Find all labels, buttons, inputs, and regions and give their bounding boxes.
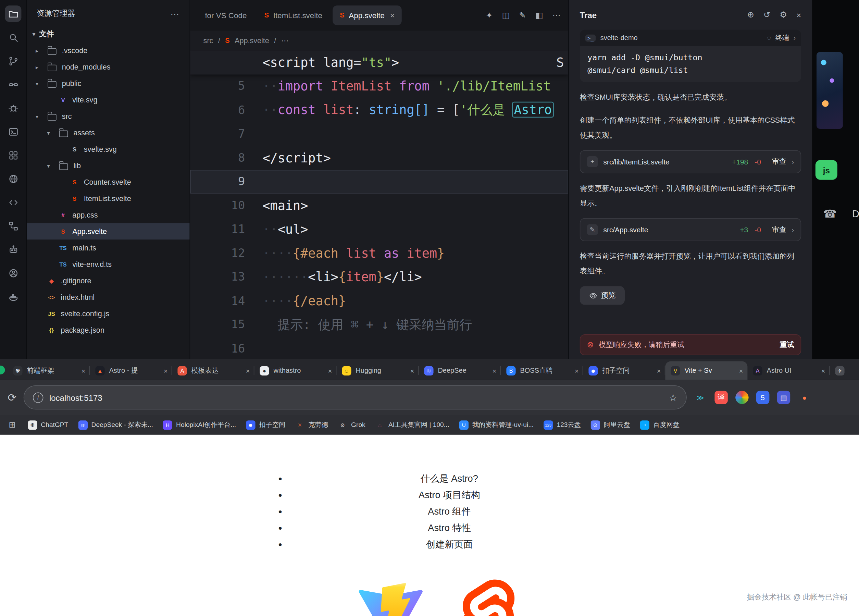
breadcrumb[interactable]: src / S App.svelte / ⋯ xyxy=(190,31,568,51)
reload-icon[interactable]: ⟳ xyxy=(8,391,16,404)
cloud-123-extension-icon[interactable]: 5 xyxy=(756,391,769,404)
workflow-icon[interactable] xyxy=(5,217,21,234)
code-line[interactable]: 10<main> xyxy=(190,194,568,217)
account-icon[interactable] xyxy=(5,265,21,281)
new-chat-icon[interactable]: ⊕ xyxy=(747,10,754,20)
browser-tab[interactable]: ☺Hugging× xyxy=(336,361,419,380)
browser-tab[interactable]: A模板表达× xyxy=(172,361,254,380)
apps-grid-icon[interactable]: ⊞ xyxy=(9,420,16,430)
tree-item[interactable]: ▾public xyxy=(27,75,189,91)
chevron-right-icon[interactable]: › xyxy=(792,225,794,234)
code-line[interactable]: <script lang="ts">S xyxy=(190,50,568,74)
code-line[interactable]: 8</script> xyxy=(190,146,568,170)
editor-tab-ghost[interactable]: for VS Code xyxy=(198,5,254,25)
site-info-icon[interactable]: i xyxy=(33,392,43,403)
tab-close-icon[interactable]: × xyxy=(821,367,825,375)
code-line[interactable]: 5··import ItemList from './lib/ItemList xyxy=(190,74,568,98)
tree-item[interactable]: TSmain.ts xyxy=(27,239,189,256)
more-actions-icon[interactable]: ⋯ xyxy=(553,10,561,20)
tree-item[interactable]: SCounter.svelte xyxy=(27,174,189,190)
code-line[interactable]: 12····{#each list as item} xyxy=(190,241,568,265)
terminal-card[interactable]: >_ svelte-demo ◌ 终端 › yarn add -D @smui/… xyxy=(580,30,801,82)
translate-chevrons-icon[interactable]: ≫ xyxy=(693,391,707,404)
bookmark-star-icon[interactable]: ☆ xyxy=(669,392,677,403)
settings-gear-icon[interactable]: ⚙ xyxy=(779,10,787,20)
bookmark-item[interactable]: 123123云盘 xyxy=(544,420,581,429)
tab-close-icon[interactable]: × xyxy=(245,367,250,375)
close-panel-icon[interactable]: × xyxy=(797,10,801,20)
browser-tab[interactable]: AAstro UI× xyxy=(747,361,829,380)
tree-item[interactable]: ▸.vscode xyxy=(27,42,189,59)
url-text[interactable]: localhost:5173 xyxy=(49,392,663,402)
browser-tab[interactable]: BBOSS直聘× xyxy=(501,361,583,380)
code-line[interactable]: 15 提示: 使用 ⌘ + ↓ 键采纳当前行 xyxy=(190,313,568,337)
browser-tab[interactable]: ❋前端框架× xyxy=(8,361,90,380)
tree-item[interactable]: #app.css xyxy=(27,206,189,223)
ai-sparkle-icon[interactable]: ✦ xyxy=(486,10,492,20)
bookmark-item[interactable]: ❋ChatGPT xyxy=(28,420,68,429)
remote-link-icon[interactable] xyxy=(5,76,21,92)
browser-tab-partial[interactable]: ✈ xyxy=(829,361,859,380)
tree-item[interactable]: <>index.html xyxy=(27,289,189,305)
tab-close-icon[interactable]: × xyxy=(739,367,743,375)
tab-close-icon[interactable]: × xyxy=(328,367,332,375)
tab-close-icon[interactable]: × xyxy=(163,367,167,375)
code-line[interactable]: 14····{/each} xyxy=(190,289,568,313)
editor-tab-app[interactable]: S App.svelte × xyxy=(333,5,401,25)
tab-close-icon[interactable]: × xyxy=(657,367,661,375)
browser-tab[interactable]: ●withastro× xyxy=(254,361,336,380)
tree-item[interactable]: {}package.json xyxy=(27,322,189,338)
explorer-icon[interactable] xyxy=(5,5,21,22)
review-button[interactable]: 审查 xyxy=(772,225,786,235)
bot-icon[interactable] xyxy=(5,241,21,258)
address-bar[interactable]: i localhost:5173 ☆ xyxy=(23,385,687,410)
bookmark-item[interactable]: ✳克劳德 xyxy=(295,420,328,429)
explorer-section-files[interactable]: ▾ 文件 xyxy=(27,27,189,42)
tree-item[interactable]: ▾lib xyxy=(27,157,189,174)
bookmark-item[interactable]: HHolopixAI创作平台... xyxy=(163,420,236,429)
browser-menu-icon[interactable]: ● xyxy=(798,391,811,404)
search-icon[interactable] xyxy=(5,29,21,45)
tree-item[interactable]: TSvite-env.d.ts xyxy=(27,256,189,272)
tree-item[interactable]: SItemList.svelte xyxy=(27,190,189,206)
notes-extension-icon[interactable]: ▤ xyxy=(777,391,790,404)
tab-close-icon[interactable]: × xyxy=(575,367,578,375)
breadcrumb-more[interactable]: ⋯ xyxy=(281,36,289,45)
bookmark-item[interactable]: U我的资料管理-uv-ui... xyxy=(459,420,534,429)
tab-close-icon[interactable]: × xyxy=(81,367,85,375)
browser-tab[interactable]: ☻扣子空间× xyxy=(583,361,665,380)
review-button[interactable]: 审查 xyxy=(772,157,786,167)
tree-item[interactable]: JSsvelte.config.js xyxy=(27,305,189,322)
code-line[interactable]: 11··<ul> xyxy=(190,217,568,241)
docker-icon[interactable] xyxy=(5,288,21,305)
code-line[interactable]: 7 xyxy=(190,122,568,146)
breadcrumb-src[interactable]: src xyxy=(203,36,213,45)
profile-avatar[interactable] xyxy=(736,391,748,404)
file-change-card[interactable]: + src/lib/ItemList.svelte +198 -0 审查 › xyxy=(580,150,801,173)
tree-item[interactable]: ▾src xyxy=(27,108,189,124)
preview-button[interactable]: 预览 xyxy=(580,286,625,305)
browser-tab[interactable]: VVite + Sv× xyxy=(665,361,747,380)
source-control-icon[interactable] xyxy=(5,53,21,69)
layout-icon[interactable]: ◧ xyxy=(535,10,543,20)
svelte-logo[interactable] xyxy=(462,579,515,616)
explorer-more-icon[interactable]: ⋯ xyxy=(170,9,180,19)
tree-item[interactable]: Vvite.svg xyxy=(27,91,189,108)
debug-icon[interactable] xyxy=(5,100,21,116)
bookmark-item[interactable]: ⊙阿里云盘 xyxy=(591,420,630,429)
bookmark-item[interactable]: ⊘Grok xyxy=(338,420,365,429)
split-editor-icon[interactable]: ◫ xyxy=(502,10,510,20)
tab-close-icon[interactable]: × xyxy=(390,11,395,20)
browser-tab[interactable]: ▲Astro - 提× xyxy=(90,361,172,380)
tab-close-icon[interactable]: × xyxy=(410,367,414,375)
code-line[interactable]: 6··const list: string[] = ['什么是 Astro xyxy=(190,98,568,122)
chevron-right-icon[interactable]: › xyxy=(793,34,796,41)
code-line[interactable]: 13······<li>{item}</li> xyxy=(190,265,568,289)
file-change-card[interactable]: ✎ src/App.svelte +3 -0 审查 › xyxy=(580,218,801,241)
edit-icon[interactable]: ✎ xyxy=(519,10,526,20)
code-line[interactable]: 16 xyxy=(190,336,568,359)
bookmark-item[interactable]: ☻扣子空间 xyxy=(246,420,285,429)
globe-icon[interactable] xyxy=(5,170,21,187)
extensions-icon[interactable] xyxy=(5,147,21,163)
code-line[interactable]: 9 xyxy=(190,170,568,194)
